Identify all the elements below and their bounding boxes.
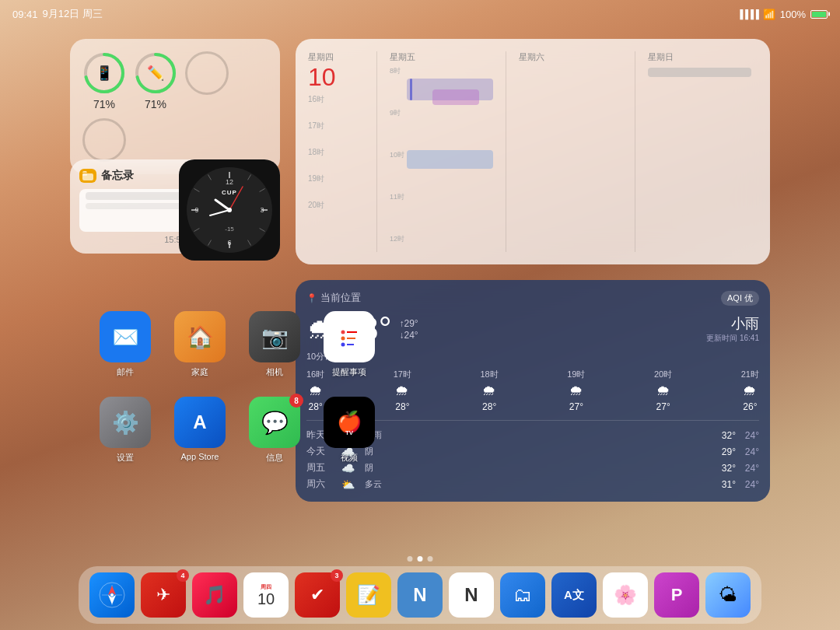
app-home[interactable]: 🏠 家庭 — [174, 311, 226, 378]
cal-event-col4 — [648, 68, 751, 77]
reminders-icon[interactable] — [324, 311, 375, 362]
messages-label: 信息 — [266, 452, 283, 464]
tv-icon[interactable]: 🍎 TV — [324, 397, 375, 448]
svg-line-25 — [210, 210, 229, 215]
battery-circle-ipad: 📱 — [82, 51, 126, 95]
dock-stickies[interactable]: 📝 — [346, 572, 391, 618]
svg-text:TV: TV — [345, 429, 354, 436]
app-settings[interactable]: ⚙️ 设置 — [100, 397, 151, 464]
app-appstore[interactable]: A App Store — [174, 397, 226, 464]
safari-svg — [99, 582, 125, 608]
app-messages[interactable]: 💬 8 信息 — [249, 397, 300, 464]
hour-icon-21: 🌧 — [743, 383, 757, 399]
wd-day-s: 周六 — [306, 478, 341, 491]
battery-percent: 100% — [780, 9, 806, 20]
empty-circle-1 — [185, 51, 229, 95]
cal2-time-12: 12时 — [390, 234, 404, 244]
appstore-icon[interactable]: A — [174, 397, 226, 448]
ipad-icon: 📱 — [96, 65, 113, 82]
stickies-icon: 📝 — [357, 584, 380, 606]
cal-event-2 — [432, 89, 479, 105]
note-line-2 — [86, 203, 193, 209]
dock-safari[interactable] — [89, 572, 135, 618]
dock-notion[interactable]: N — [449, 572, 494, 618]
dock-photos[interactable]: 🌸 — [603, 572, 648, 618]
time-17: 17时 — [308, 121, 370, 147]
calendar-widget[interactable]: 星期四 10 16时 17时 18时 19时 20时 星期五 8时 9时 — [296, 39, 770, 264]
battery-item-empty2 — [82, 118, 126, 162]
settings-icon[interactable]: ⚙️ — [100, 397, 151, 448]
hour-temp-18: 28° — [482, 401, 496, 412]
cal-col2-label: 星期五 — [390, 51, 493, 63]
todoist-badge: 3 — [331, 569, 343, 582]
cal-day-num: 10 — [257, 591, 275, 607]
svg-text:CUP: CUP — [222, 189, 237, 196]
time-20: 20时 — [308, 200, 370, 226]
notion-icon: N — [464, 584, 478, 606]
home-label: 家庭 — [191, 366, 208, 378]
page-dots — [408, 556, 433, 562]
wd-desc-t: 阴 — [365, 446, 709, 457]
home-icon[interactable]: 🏠 — [174, 311, 226, 362]
cal-col2-events: 8时 9时 10时 11时 12时 — [390, 66, 493, 253]
hour-item-20: 20时 🌧 27° — [654, 369, 672, 412]
mail-icon[interactable]: ✉️ — [100, 311, 151, 362]
hour-temp-19: 27° — [569, 401, 583, 412]
battery-icon — [810, 10, 828, 19]
dock-spark[interactable]: ✈ 4 — [141, 572, 186, 618]
app-reminders[interactable]: 提醒事项 — [324, 311, 375, 378]
photos-icon: 🌸 — [614, 584, 637, 606]
pencil-icon: ✏️ — [147, 65, 164, 82]
svg-line-24 — [215, 200, 229, 210]
wd-high-s: 31° — [709, 479, 736, 490]
status-left: 09:41 9月12日 周三 — [12, 7, 103, 21]
time-16: 16时 — [308, 94, 370, 121]
camera-label: 相机 — [266, 366, 283, 378]
cal-col3-label: 星期六 — [519, 51, 622, 63]
hour-time-20: 20时 — [654, 369, 672, 380]
dot-1 — [408, 556, 413, 562]
hour-time-21: 21时 — [741, 369, 759, 380]
wd-high-y: 32° — [709, 430, 736, 441]
reminders-label: 提醒事项 — [332, 366, 366, 378]
weather-temp-range: ↑29° ↓24° — [400, 318, 418, 341]
hour-temp-21: 26° — [743, 401, 757, 412]
svg-rect-5 — [82, 173, 87, 176]
dock-netnewswire[interactable]: N — [397, 572, 443, 618]
hour-temp-17: 28° — [395, 401, 409, 412]
calendar-today-label: 星期四 — [308, 51, 370, 63]
svg-line-13 — [248, 240, 251, 246]
battery-widget[interactable]: 📱 71% ✏️ 71% — [70, 39, 280, 174]
weather-dock-icon: 🌤 — [719, 584, 737, 606]
time-19: 19时 — [308, 173, 370, 200]
dock-files[interactable]: 🗂 — [500, 572, 545, 618]
dock-music[interactable]: 🎵 — [192, 572, 237, 618]
dock-weather[interactable]: 🌤 — [705, 572, 751, 618]
calendar-today-date: 10 — [308, 65, 370, 89]
wd-high-t: 29° — [709, 446, 736, 457]
svg-text:12: 12 — [226, 178, 233, 186]
battery-item-ipad: 📱 71% — [82, 51, 126, 110]
dock-calendar[interactable]: 周四 10 — [243, 572, 289, 618]
notes-title: 备忘录 — [101, 169, 134, 183]
camera-icon[interactable]: 📷 — [249, 311, 300, 362]
dock-todoist[interactable]: ✔ 3 — [295, 572, 340, 618]
clock-widget[interactable]: 12 3 6 9 CUP -15 — [179, 159, 280, 261]
hour-time-19: 19时 — [567, 369, 585, 380]
svg-line-11 — [260, 189, 265, 192]
app-camera[interactable]: 📷 相机 — [249, 311, 300, 378]
status-right: ▐▐▐▐ 📶 100% — [737, 9, 828, 20]
weather-high: ↑29° — [400, 318, 418, 329]
app-tv[interactable]: 🍎 TV 视频 — [324, 397, 375, 464]
dock-pockity[interactable]: P — [654, 572, 699, 618]
messages-icon[interactable]: 💬 8 — [249, 397, 300, 448]
dot-3 — [428, 556, 433, 562]
event-bar-1 — [410, 79, 412, 100]
weather-location-row: 📍 当前位置 — [306, 291, 361, 305]
empty-circle-2 — [82, 118, 126, 162]
wd-low-y: 24° — [736, 430, 759, 441]
dock-translator[interactable]: A文 — [551, 572, 597, 618]
svg-point-27 — [227, 208, 232, 212]
svg-line-14 — [208, 240, 212, 246]
app-mail[interactable]: ✉️ 邮件 — [100, 311, 151, 378]
